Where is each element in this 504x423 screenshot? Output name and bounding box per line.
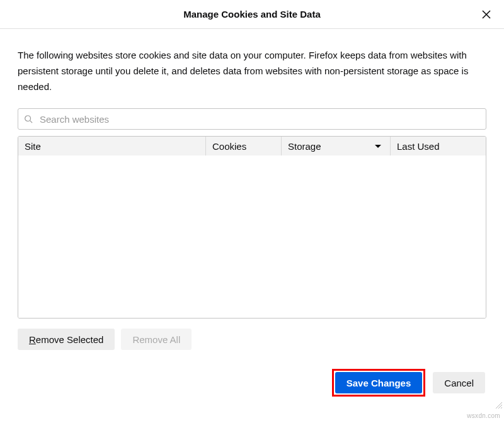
- dialog-title: Manage Cookies and Site Data: [183, 9, 321, 20]
- table-header-row: Site Cookies Storage Last Used: [18, 137, 486, 155]
- column-label: Storage: [288, 141, 321, 152]
- column-label: Last Used: [397, 141, 440, 152]
- resize-grip-icon[interactable]: [494, 400, 503, 409]
- column-header-cookies[interactable]: Cookies: [206, 137, 282, 155]
- save-button-highlight: Save Changes: [332, 369, 426, 397]
- column-header-last-used[interactable]: Last Used: [391, 137, 486, 155]
- column-header-site[interactable]: Site: [18, 137, 206, 155]
- action-row: Remove Selected Remove All: [18, 329, 486, 350]
- svg-line-3: [30, 121, 33, 123]
- dialog-header: Manage Cookies and Site Data: [0, 0, 504, 29]
- column-header-storage[interactable]: Storage: [282, 137, 391, 155]
- column-label: Cookies: [212, 141, 246, 152]
- close-button[interactable]: [479, 7, 494, 22]
- footer-row: Save Changes Cancel: [18, 369, 486, 397]
- sites-table: Site Cookies Storage Last Used: [18, 136, 486, 319]
- dialog-body: The following websites store cookies and…: [0, 29, 504, 397]
- remove-all-button: Remove All: [121, 329, 192, 350]
- dialog-description: The following websites store cookies and…: [18, 48, 486, 94]
- search-icon: [24, 115, 33, 123]
- svg-line-6: [501, 407, 502, 409]
- svg-point-2: [25, 116, 31, 121]
- remove-selected-button[interactable]: Remove Selected: [18, 329, 115, 350]
- search-field-wrap: [18, 108, 486, 130]
- close-icon: [481, 9, 491, 20]
- search-input[interactable]: [18, 108, 486, 130]
- sort-descending-icon: [375, 145, 381, 148]
- column-label: Site: [25, 141, 41, 152]
- save-changes-button[interactable]: Save Changes: [335, 372, 423, 393]
- cancel-button[interactable]: Cancel: [433, 372, 485, 393]
- table-body: [18, 155, 486, 318]
- watermark: wsxdn.com: [467, 412, 500, 419]
